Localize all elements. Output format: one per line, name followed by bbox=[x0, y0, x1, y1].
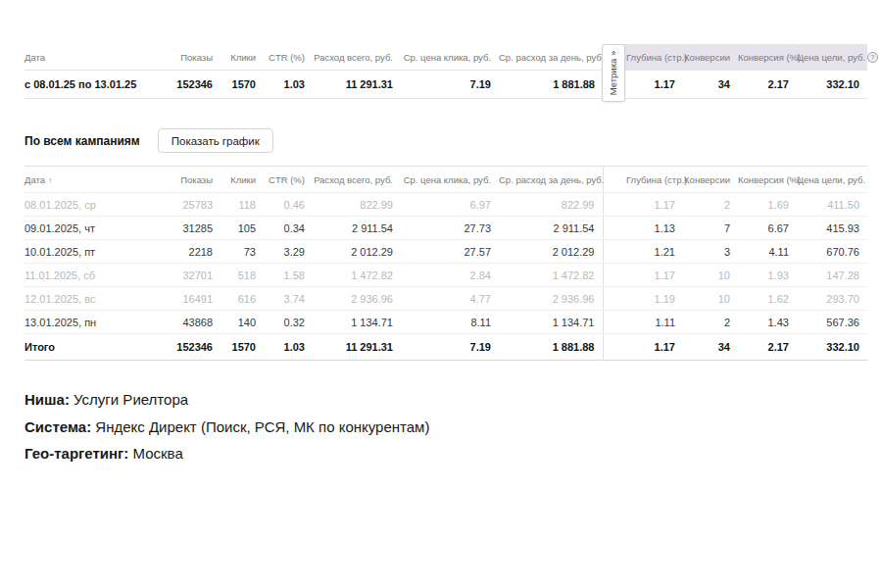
cell: 118 bbox=[220, 193, 264, 217]
campaigns-bar: По всем кампаниям Показать график bbox=[24, 128, 882, 153]
cell: 3.29 bbox=[264, 240, 313, 264]
table-row: 08.01.2025, ср 25783 118 0.46 822.99 6.9… bbox=[24, 193, 867, 217]
cell-date-range: с 08.01.25 по 13.01.25 bbox=[24, 71, 152, 99]
cell: 43868 bbox=[152, 311, 220, 334]
yandex-direct-report: Дата Показы Клики CTR (%) Расход всего, … bbox=[0, 0, 882, 588]
cell: 1.19 bbox=[626, 287, 683, 311]
col-header-goal-cost[interactable]: Цена цели, руб.? bbox=[797, 44, 867, 71]
cell: 8.11 bbox=[401, 311, 499, 334]
cell-date: 12.01.2025, вс bbox=[24, 287, 152, 311]
cell: 411.50 bbox=[797, 193, 867, 217]
col-header-impressions[interactable]: Показы bbox=[152, 44, 220, 71]
cell-goal-cost: 332.10 bbox=[797, 71, 867, 99]
cell: 2218 bbox=[152, 240, 220, 264]
total-row: Итого 152346 1570 1.03 11 291.31 7.19 1 … bbox=[24, 334, 867, 361]
footer-line-niche: Ниша: Услуги Риелтора bbox=[24, 386, 882, 414]
column-divider bbox=[603, 287, 626, 311]
cell: 567.36 bbox=[797, 311, 867, 334]
cell: 7 bbox=[683, 217, 738, 240]
cell: 1 134.71 bbox=[499, 311, 603, 334]
sort-asc-icon: ↑ bbox=[48, 175, 53, 185]
cell: 2 936.96 bbox=[499, 287, 603, 311]
cell-date: 13.01.2025, пн bbox=[24, 311, 152, 334]
cell: 1 472.82 bbox=[313, 264, 401, 287]
cell-ctr: 1.03 bbox=[264, 71, 313, 99]
cell: 10 bbox=[683, 264, 738, 287]
col-header-date-label: Дата bbox=[24, 174, 45, 185]
cell: 3 bbox=[683, 240, 738, 264]
cell: 1.93 bbox=[738, 264, 797, 287]
col-header-ctr[interactable]: CTR (%) bbox=[264, 44, 313, 71]
cell: 1.58 bbox=[264, 264, 313, 287]
cell: 1.69 bbox=[738, 193, 797, 217]
footer-value: Услуги Риелтора bbox=[74, 391, 188, 408]
col-header-avg-cpc[interactable]: Ср. цена клика, руб. bbox=[401, 44, 499, 71]
daily-table: Дата↑ Показы Клики CTR (%) Расход всего,… bbox=[24, 166, 867, 361]
col-header-conversions[interactable]: Конверсии bbox=[683, 44, 738, 71]
metrica-tab-label: Метрика » bbox=[609, 51, 619, 96]
cell: 1.17 bbox=[626, 264, 683, 287]
col-header-avg-cpc[interactable]: Ср. цена клика, руб. bbox=[401, 167, 499, 193]
cell: 2 012.29 bbox=[499, 240, 603, 264]
cell: 4.77 bbox=[401, 287, 499, 311]
footer-label: Ниша: bbox=[24, 391, 70, 408]
cell: 2 911.54 bbox=[313, 217, 401, 240]
summary-table: Дата Показы Клики CTR (%) Расход всего, … bbox=[24, 44, 867, 99]
cell: 105 bbox=[220, 217, 264, 240]
col-header-avg-daily-cost[interactable]: Ср. расход за день, руб. bbox=[499, 44, 603, 71]
table-row: 13.01.2025, пн 43868 140 0.32 1 134.71 8… bbox=[24, 311, 867, 334]
help-icon[interactable]: ? bbox=[867, 52, 878, 63]
cell: 1.17 bbox=[626, 334, 683, 361]
footer-line-system: Система: Яндекс Директ (Поиск, РСЯ, МК п… bbox=[24, 414, 882, 441]
cell: 11 291.31 bbox=[313, 334, 401, 361]
cell: 1.17 bbox=[626, 193, 683, 217]
cell: 2.84 bbox=[401, 264, 499, 287]
cell: 1.43 bbox=[738, 311, 797, 334]
cell: 7.19 bbox=[401, 334, 499, 361]
cell-date: 10.01.2025, пт bbox=[24, 240, 152, 264]
cell: 73 bbox=[220, 240, 264, 264]
report-footer: Ниша: Услуги Риелтора Система: Яндекс Ди… bbox=[24, 386, 882, 467]
footer-label: Гео-таргетинг: bbox=[24, 445, 128, 462]
cell-conversions: 34 bbox=[683, 71, 738, 99]
cell: 27.57 bbox=[401, 240, 499, 264]
cell: 2 936.96 bbox=[313, 287, 401, 311]
cell-date: 08.01.2025, ср bbox=[24, 193, 152, 217]
col-header-conversions[interactable]: Конверсии bbox=[683, 167, 738, 193]
col-header-conversion-rate[interactable]: Конверсия (%) bbox=[738, 44, 797, 71]
cell: 25783 bbox=[152, 193, 220, 217]
cell-avg-cpc: 7.19 bbox=[401, 71, 499, 99]
col-header-total-cost[interactable]: Расход всего, руб. bbox=[313, 44, 401, 71]
cell: 616 bbox=[220, 287, 264, 311]
col-header-total-cost[interactable]: Расход всего, руб. bbox=[313, 167, 401, 193]
col-header-date[interactable]: Дата bbox=[24, 44, 152, 71]
col-header-conversion-rate[interactable]: Конверсия (%) bbox=[738, 167, 797, 193]
col-header-ctr[interactable]: CTR (%) bbox=[264, 167, 313, 193]
cell: 518 bbox=[220, 264, 264, 287]
cell: 2 012.29 bbox=[313, 240, 401, 264]
cell: 2 911.54 bbox=[499, 217, 603, 240]
cell: 1.13 bbox=[626, 217, 683, 240]
col-header-avg-daily-cost[interactable]: Ср. расход за день, руб. bbox=[499, 167, 603, 193]
col-header-goal-cost[interactable]: Цена цели, руб. bbox=[797, 167, 867, 193]
col-header-depth[interactable]: Глубина (стр.) bbox=[626, 44, 683, 71]
cell: 0.32 bbox=[264, 311, 313, 334]
metrica-tab[interactable]: Метрика » bbox=[602, 44, 625, 102]
cell: 32701 bbox=[152, 264, 220, 287]
column-divider bbox=[603, 311, 626, 334]
cell-avg-daily-cost: 1 881.88 bbox=[499, 71, 603, 99]
col-header-clicks[interactable]: Клики bbox=[220, 44, 264, 71]
cell-total-cost: 11 291.31 bbox=[313, 71, 401, 99]
col-header-impressions[interactable]: Показы bbox=[152, 167, 220, 193]
column-divider bbox=[603, 240, 626, 264]
cell: 1.11 bbox=[626, 311, 683, 334]
footer-value: Яндекс Директ (Поиск, РСЯ, МК по конкуре… bbox=[95, 418, 429, 435]
col-header-depth[interactable]: Глубина (стр.) bbox=[626, 167, 683, 193]
col-header-date[interactable]: Дата↑ bbox=[24, 167, 152, 193]
cell-depth: 1.17 bbox=[626, 71, 683, 99]
col-header-clicks[interactable]: Клики bbox=[220, 167, 264, 193]
cell: 152346 bbox=[152, 334, 220, 361]
cell: 2 bbox=[683, 311, 738, 334]
show-chart-button[interactable]: Показать график bbox=[158, 128, 273, 153]
footer-line-geo: Гео-таргетинг: Москва bbox=[24, 440, 882, 467]
